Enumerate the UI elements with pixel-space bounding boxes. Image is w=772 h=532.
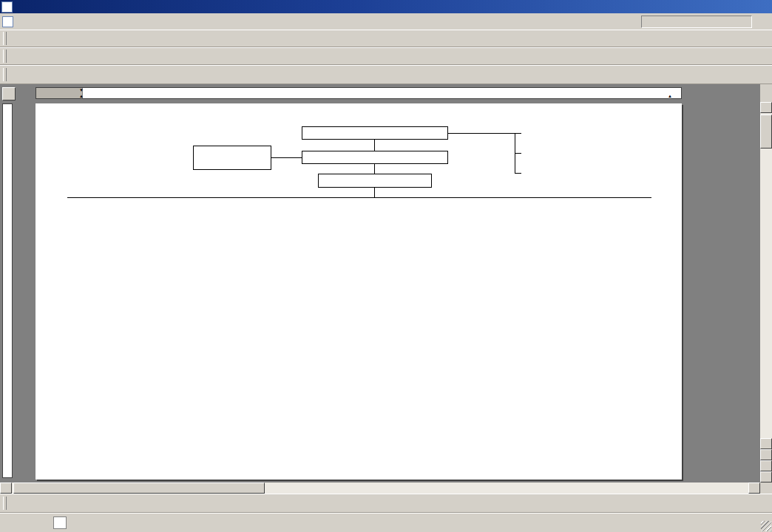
close-document-icon[interactable]	[758, 16, 770, 27]
formatting-toolbar	[0, 65, 772, 84]
orgchart-board-box	[302, 151, 448, 164]
spelling-status-icon[interactable]	[53, 516, 67, 529]
next-page-icon[interactable]	[760, 471, 772, 482]
orgchart-title	[41, 115, 676, 126]
scroll-down-icon[interactable]	[760, 438, 772, 449]
orgchart-general-director-box	[318, 174, 432, 188]
menu-bar	[0, 13, 772, 30]
tables-toolbar	[0, 47, 772, 65]
orgchart-branch-stack	[521, 126, 674, 185]
right-indent-marker[interactable]: ▲	[668, 94, 672, 98]
title-bar[interactable]	[0, 0, 772, 13]
document-icon	[2, 16, 13, 27]
horizontal-scroll-thumb[interactable]	[13, 482, 265, 494]
toolbar-grip[interactable]	[3, 497, 7, 510]
select-browse-object-icon[interactable]	[760, 460, 772, 471]
previous-page-icon[interactable]	[760, 449, 772, 460]
drawing-toolbar	[0, 494, 772, 513]
toolbar-grip[interactable]	[3, 68, 7, 81]
vertical-scrollbar[interactable]	[760, 102, 772, 482]
scroll-left-icon[interactable]	[0, 482, 12, 494]
vertical-ruler	[2, 103, 13, 478]
horizontal-scroll-track[interactable]	[12, 482, 748, 494]
ask-a-question-box[interactable]	[641, 16, 752, 28]
scroll-up-icon[interactable]	[760, 102, 772, 113]
toolbar-grip[interactable]	[3, 50, 7, 63]
word-app-icon	[1, 1, 13, 13]
ruler-row: ▼ ▲ ▲	[0, 84, 760, 102]
standard-toolbar	[0, 30, 772, 47]
document-canvas[interactable]	[0, 102, 760, 482]
hanging-indent-marker[interactable]: ▲	[79, 94, 84, 98]
orgchart-audit-box	[193, 146, 271, 170]
status-bar	[0, 513, 772, 532]
vertical-scroll-track[interactable]	[760, 113, 772, 438]
document-page[interactable]	[35, 103, 682, 480]
resize-grip[interactable]	[761, 521, 771, 531]
vertical-scroll-thumb[interactable]	[760, 115, 772, 149]
horizontal-ruler: ▼ ▲ ▲	[35, 87, 682, 99]
scrollbar-corner	[760, 482, 772, 494]
horizontal-scrollbar[interactable]	[0, 482, 760, 494]
ruler-left-margin	[36, 88, 83, 98]
scroll-right-icon[interactable]	[748, 482, 760, 494]
document-header-line	[41, 105, 676, 115]
word-window: { "window": { "app_icon": "W", "title": …	[0, 0, 772, 532]
orgchart-top-cluster	[41, 126, 676, 198]
orgchart-shareholders-box	[302, 126, 448, 140]
toolbar-grip[interactable]	[3, 32, 7, 45]
tab-stop-selector[interactable]	[2, 87, 16, 100]
left-indent-marker[interactable]: ▼	[79, 88, 84, 92]
